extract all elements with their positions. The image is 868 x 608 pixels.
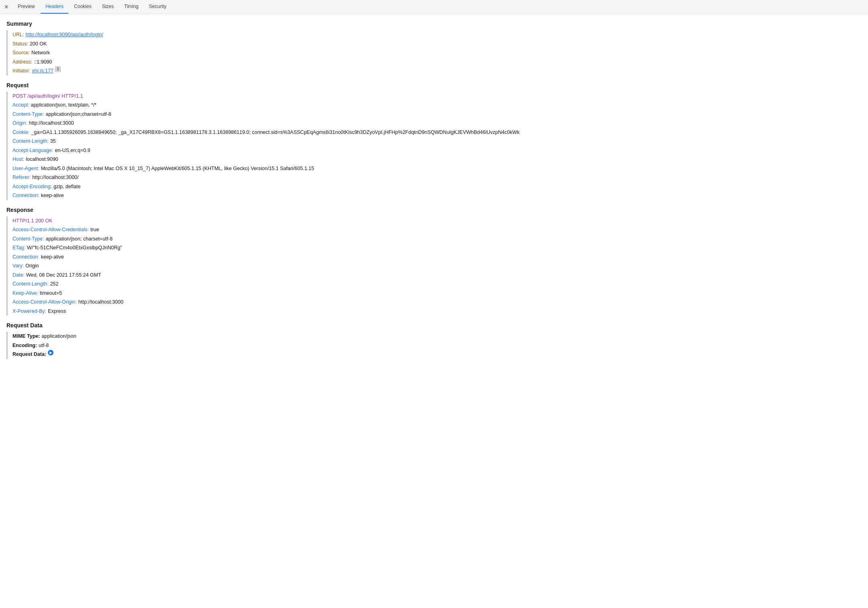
mime-type-label: MIME Type:: [12, 332, 40, 341]
accept-label: Accept:: [12, 101, 29, 110]
request-data-row: Request Data: ▶: [12, 350, 862, 359]
response-line: HTTP/1.1 200 OK: [12, 216, 862, 226]
response-title: Response: [6, 207, 862, 213]
tab-timing[interactable]: Timing: [119, 0, 144, 14]
user-agent-value: Mozilla/5.0 (Macintosh; Intel Mac OS X 1…: [41, 164, 314, 173]
accept-language-label: Accept-Language:: [12, 146, 53, 155]
request-data-title: Request Data: [6, 322, 862, 329]
summary-title: Summary: [6, 21, 862, 27]
x-powered-by-value: Express: [48, 307, 66, 316]
request-host-row: Host: localhost:9090: [12, 155, 862, 164]
source-value: Network: [31, 48, 50, 58]
keep-alive-value: timeout=5: [40, 289, 62, 298]
accept-encoding-label: Accept-Encoding:: [12, 182, 52, 191]
tab-security[interactable]: Security: [144, 0, 171, 14]
etag-label: ETag:: [12, 243, 25, 253]
encoding-value: utf-8: [39, 341, 49, 350]
content-length-label: Content-Length:: [12, 137, 49, 146]
accept-language-value: en-US,en;q=0.9: [55, 146, 90, 155]
cookie-value: _ga=GA1.1.1305926095.1638949650; _ga_X17…: [31, 128, 519, 137]
encoding-row: Encoding: utf-8: [12, 341, 862, 350]
host-label: Host:: [12, 155, 24, 164]
user-agent-label: User-Agent:: [12, 164, 39, 173]
response-acac-row: Access-Control-Allow-Credentials: true: [12, 225, 862, 234]
response-section: HTTP/1.1 200 OK Access-Control-Allow-Cre…: [6, 216, 862, 316]
res-content-length-label: Content-Length:: [12, 279, 49, 289]
encoding-label: Encoding:: [12, 341, 37, 350]
close-button[interactable]: ✕: [3, 4, 10, 10]
request-user-agent-row: User-Agent: Mozilla/5.0 (Macintosh; Inte…: [12, 164, 862, 173]
mime-type-value: application/json: [42, 332, 76, 341]
request-data-expand-icon[interactable]: ▶: [48, 350, 53, 355]
source-label: Source:: [12, 48, 30, 58]
res-connection-label: Connection:: [12, 253, 39, 262]
request-line: POST /api/auth/login/ HTTP/1.1: [12, 92, 862, 101]
summary-source-row: Source: Network: [12, 48, 862, 58]
x-powered-by-label: X-Powered-By:: [12, 307, 46, 316]
request-connection-row: Connection: keep-alive: [12, 191, 862, 200]
keep-alive-label: Keep-Alive:: [12, 289, 38, 298]
content-length-value: 35: [50, 137, 56, 146]
res-content-type-label: Content-Type:: [12, 234, 44, 244]
url-value[interactable]: http://localhost:9090/api/auth/login/: [25, 30, 103, 39]
request-cookie-row: Cookie: _ga=GA1.1.1305926095.1638949650;…: [12, 128, 862, 137]
request-accept-language-row: Accept-Language: en-US,en;q=0.9: [12, 146, 862, 155]
content-type-label: Content-Type:: [12, 110, 44, 119]
tab-preview[interactable]: Preview: [13, 0, 40, 14]
acac-value: true: [91, 225, 99, 234]
connection-req-value: keep-alive: [41, 191, 64, 200]
tab-cookies[interactable]: Cookies: [69, 0, 96, 14]
address-label: Address:: [12, 58, 32, 67]
response-vary-row: Vary: Origin: [12, 261, 862, 271]
vary-value: Origin: [25, 261, 39, 271]
host-value: localhost:9090: [26, 155, 58, 164]
initiator-value[interactable]: xhr.js:177: [32, 66, 53, 76]
res-content-type-value: application/json; charset=utf-8: [46, 234, 113, 244]
request-section: POST /api/auth/login/ HTTP/1.1 Accept: a…: [6, 92, 862, 200]
response-content-length-row: Content-Length: 252: [12, 279, 862, 289]
response-connection-row: Connection: keep-alive: [12, 253, 862, 262]
tab-headers[interactable]: Headers: [41, 0, 68, 14]
summary-url-row: URL: http://localhost:9090/api/auth/logi…: [12, 30, 862, 39]
date-label: Date:: [12, 271, 25, 280]
response-x-powered-by-row: X-Powered-By: Express: [12, 307, 862, 316]
request-accept-encoding-row: Accept-Encoding: gzip, deflate: [12, 182, 862, 191]
date-value: Wed, 08 Dec 2021 17:55:24 GMT: [26, 271, 101, 280]
response-etag-row: ETag: W/"fc-51CNeFCm4o0EtxGxslbpQJnN0Rg": [12, 243, 862, 253]
content-type-value: application/json;charset=utf-8: [46, 110, 111, 119]
vary-label: Vary:: [12, 261, 24, 271]
summary-status-row: Status: 200 OK: [12, 39, 862, 49]
status-value: 200 OK: [30, 39, 47, 49]
request-origin-row: Origin: http://localhost:3000: [12, 119, 862, 128]
main-content: Summary URL: http://localhost:9090/api/a…: [0, 14, 868, 367]
request-data-section: MIME Type: application/json Encoding: ut…: [6, 332, 862, 359]
res-content-length-value: 252: [50, 279, 59, 289]
etag-value: W/"fc-51CNeFCm4o0EtxGxslbpQJnN0Rg": [27, 243, 122, 253]
request-content-type-row: Content-Type: application/json;charset=u…: [12, 110, 862, 119]
url-label: URL:: [12, 30, 24, 39]
tab-bar: ✕ Preview Headers Cookies Sizes Timing S…: [0, 0, 868, 14]
mime-type-row: MIME Type: application/json: [12, 332, 862, 341]
request-data-label: Request Data:: [12, 350, 46, 359]
initiator-label: Initiator:: [12, 66, 30, 76]
initiator-icon[interactable]: ☰: [55, 66, 61, 72]
summary-initiator-row: Initiator: xhr.js:177 ☰: [12, 66, 862, 76]
accept-value: application/json, text/plain, */*: [31, 101, 97, 110]
response-content-type-row: Content-Type: application/json; charset=…: [12, 234, 862, 244]
request-content-length-row: Content-Length: 35: [12, 137, 862, 146]
response-keep-alive-row: Keep-Alive: timeout=5: [12, 289, 862, 298]
res-connection-value: keep-alive: [41, 253, 64, 262]
request-accept-row: Accept: application/json, text/plain, */…: [12, 101, 862, 110]
summary-section: URL: http://localhost:9090/api/auth/logi…: [6, 30, 862, 76]
response-acao-row: Access-Control-Allow-Origin: http://loca…: [12, 298, 862, 307]
summary-address-row: Address: ::1:9090: [12, 58, 862, 67]
referer-value: http://localhost:3000/: [32, 173, 78, 182]
accept-encoding-value: gzip, deflate: [53, 182, 80, 191]
request-title: Request: [6, 82, 862, 88]
acao-value: http://localhost:3000: [78, 298, 123, 307]
tab-sizes[interactable]: Sizes: [97, 0, 118, 14]
origin-value: http://localhost:3000: [29, 119, 74, 128]
origin-label: Origin:: [12, 119, 27, 128]
address-value: ::1:9090: [34, 58, 52, 67]
cookie-label: Cookie:: [12, 128, 29, 137]
